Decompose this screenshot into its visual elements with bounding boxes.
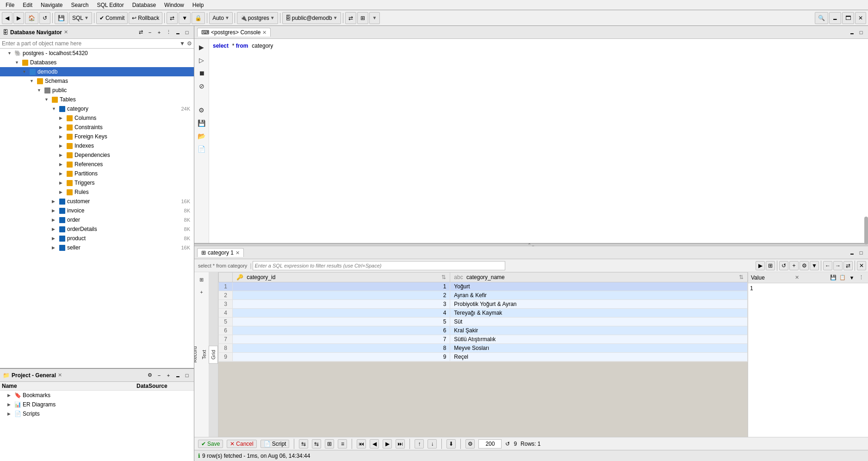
last-page-btn[interactable]: ⏭ [396, 439, 405, 449]
row-name-cell[interactable]: Reçel [450, 353, 748, 361]
tree-invoice[interactable]: ▶ invoice 8K [0, 206, 194, 215]
tree-columns[interactable]: ▶ Columns [0, 113, 194, 123]
toolbar-search-btn[interactable]: 🔍 [815, 12, 828, 24]
cancel-results-btn[interactable]: ✕ Cancel [227, 440, 256, 448]
th-category-name[interactable]: abc category_name ⇅ [450, 273, 748, 282]
console-maximize-btn[interactable]: □ [857, 28, 865, 37]
results-copy-right-btn[interactable]: → [833, 261, 843, 270]
value-panel-close[interactable]: ✕ [795, 274, 799, 280]
toolbar-close-btn[interactable]: ✕ [855, 12, 866, 24]
toolbar-back-btn[interactable]: ◀ [2, 12, 12, 24]
add-row-btn[interactable]: + [196, 287, 207, 298]
results-filter-btn[interactable]: ⊞ [766, 261, 775, 270]
toolbar-auto-dropdown[interactable]: Auto ▼ [209, 12, 233, 24]
tree-tables[interactable]: ▼ Tables [0, 95, 194, 104]
toolbar-table-btn[interactable]: ⊞ [357, 12, 368, 24]
settings-icon[interactable]: ⚙ [187, 40, 192, 47]
table-row[interactable]: 22Ayran & Kefir [219, 291, 748, 300]
row-name-cell[interactable]: Sütlü Atıştırmalık [450, 335, 748, 344]
search-input[interactable] [2, 40, 178, 47]
toolbar-minimize-btn[interactable]: 🗕 [829, 12, 841, 24]
row-down-btn[interactable]: ↓ [428, 439, 437, 449]
project-plus-btn[interactable]: + [164, 371, 173, 380]
first-page-btn[interactable]: ⏮ [357, 439, 366, 449]
results-tab[interactable]: ⊞ category 1 ✕ [197, 248, 244, 257]
table-row[interactable]: 33Probiyotik Yoğurt & Ayran [219, 300, 748, 309]
toolbar-commit-btn[interactable]: ✔ Commit [96, 12, 128, 24]
row-name-cell[interactable]: Kral Şakir [450, 326, 748, 335]
table-row[interactable]: 55Süt [219, 318, 748, 326]
tree-databases[interactable]: ▼ Databases [0, 58, 194, 67]
download-btn[interactable]: ⬇ [446, 439, 456, 449]
toolbar-dropdown-btn[interactable]: ▼ [369, 12, 380, 24]
project-maximize-btn[interactable]: □ [183, 371, 191, 380]
toolbar-sync-btn[interactable]: ⇄ [345, 12, 356, 24]
results-tab-close[interactable]: ✕ [236, 250, 240, 256]
open-gutter-btn[interactable]: 📂 [196, 131, 207, 142]
project-settings-btn[interactable]: ⚙ [146, 371, 154, 380]
navigator-minimize-btn[interactable]: 🗕 [174, 28, 182, 37]
next-page-btn[interactable]: ▶ [383, 439, 392, 449]
tree-seller[interactable]: ▶ seller 16K [0, 243, 194, 252]
navigator-sync-btn[interactable]: ⇄ [136, 28, 145, 37]
export-btn[interactable]: ⇆ [299, 439, 308, 449]
row-name-cell[interactable]: Probiyotik Yoğurt & Ayran [450, 300, 748, 309]
results-copy-left-btn[interactable]: ← [823, 261, 832, 270]
tree-foreign-keys[interactable]: ▶ Foreign Keys [0, 132, 194, 141]
tree-root[interactable]: ▼ 🐘 postgres - localhost:54320 [0, 49, 194, 58]
results-minimize-btn[interactable]: 🗕 [848, 249, 856, 257]
prev-page-btn[interactable]: ◀ [370, 439, 379, 449]
navigator-close-btn[interactable]: ✕ [64, 29, 68, 35]
tree-rules[interactable]: ▶ Rules [0, 187, 194, 197]
row-name-cell[interactable]: Meyve Sosları [450, 344, 748, 353]
menu-search[interactable]: Search [67, 1, 92, 9]
row-id-cell[interactable]: 3 [233, 300, 450, 309]
toolbar-lock-btn[interactable]: 🔒 [192, 12, 205, 24]
menu-file[interactable]: File [2, 1, 18, 9]
results-swap-btn[interactable]: ⇄ [843, 261, 853, 270]
project-minus-btn[interactable]: − [155, 371, 163, 380]
project-close-btn[interactable]: ✕ [58, 372, 62, 378]
results-refresh-btn[interactable]: ↺ [779, 261, 788, 270]
toolbar-nav-btn[interactable]: ⇄ [167, 12, 178, 24]
table-row[interactable]: 99Reçel [219, 353, 748, 361]
results-run-btn[interactable]: ▶ [756, 261, 765, 270]
tree-indexes[interactable]: ▶ Indexes [0, 141, 194, 150]
row-up-btn[interactable]: ↑ [415, 439, 424, 449]
menu-help[interactable]: Help [189, 1, 208, 9]
toolbar-home-btn[interactable]: 🏠 [25, 12, 38, 24]
value-vert-btn[interactable]: ⋮ [857, 274, 865, 282]
tree-customer[interactable]: ▶ customer 16K [0, 197, 194, 206]
navigator-collapse-btn[interactable]: − [146, 28, 154, 37]
project-bookmarks[interactable]: ▶ 🔖 Bookmarks [0, 391, 194, 400]
toolbar-database-dropdown[interactable]: 🗄 public@demodb ▼ [282, 12, 341, 24]
grid-btn[interactable]: ⊞ [196, 274, 207, 285]
table-row[interactable]: 77Sütlü Atıştırmalık [219, 335, 748, 344]
settings-gutter-btn[interactable]: ⚙ [196, 105, 207, 116]
row-id-cell[interactable]: 1 [233, 282, 450, 291]
navigator-expand-btn[interactable]: + [155, 28, 163, 37]
row-id-cell[interactable]: 7 [233, 335, 450, 344]
results-dropdown-btn[interactable]: ▼ [810, 261, 819, 270]
clear-btn[interactable]: ⊘ [196, 81, 207, 92]
row-id-cell[interactable]: 6 [233, 326, 450, 335]
tree-references[interactable]: ▶ References [0, 160, 194, 169]
toolbar-save-btn[interactable]: 💾 [55, 12, 68, 24]
tree-orderdetails[interactable]: ▶ orderDetails 8K [0, 224, 194, 234]
tree-category[interactable]: ▼ category 24K [0, 104, 194, 113]
value-save-btn[interactable]: 💾 [829, 274, 837, 282]
tree-constraints[interactable]: ▶ Constraints [0, 123, 194, 132]
menu-edit[interactable]: Edit [19, 1, 36, 9]
console-content[interactable]: select * from category [209, 39, 868, 243]
row-name-cell[interactable]: Tereyağı & Kaymak [450, 309, 748, 318]
tree-schemas[interactable]: ▼ Schemas [0, 76, 194, 86]
menu-window[interactable]: Window [161, 1, 188, 9]
tree-order[interactable]: ▶ order 8K [0, 215, 194, 224]
run-script-btn[interactable]: ▷ [196, 55, 207, 66]
tree-dependencies[interactable]: ▶ Dependencies [0, 150, 194, 160]
project-minimize-btn[interactable]: 🗕 [174, 371, 182, 380]
menu-database[interactable]: Database [129, 1, 160, 9]
text-tab[interactable]: Text [199, 346, 209, 363]
menu-navigate[interactable]: Navigate [37, 1, 66, 9]
console-tab[interactable]: ⌨ <postgres> Console ✕ [197, 28, 271, 37]
